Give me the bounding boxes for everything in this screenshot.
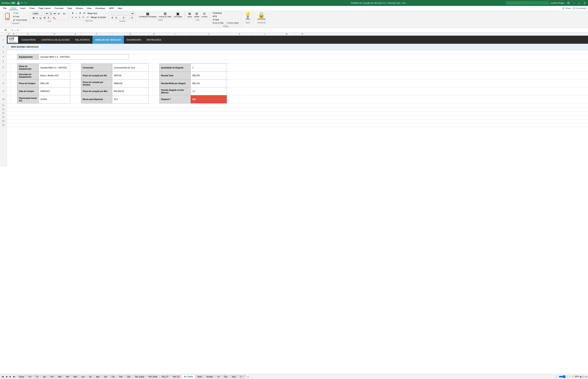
- close-button[interactable]: ✕: [583, 1, 587, 4]
- underline-button[interactable]: U: [39, 16, 42, 19]
- insert-button[interactable]: ⊕ Insert: [186, 12, 193, 18]
- sheet-tab-auxiliar[interactable]: Auxiliar: [204, 375, 215, 379]
- sheet-tab-mar[interactable]: Mar: [56, 375, 64, 379]
- add-sheet-button[interactable]: +: [246, 375, 250, 379]
- cancel-formula-icon[interactable]: ✕: [11, 29, 13, 32]
- nav-tab-dashboard[interactable]: DASHBOARD: [124, 36, 144, 44]
- find-select-button[interactable]: 🔍 Find & Select: [225, 22, 240, 24]
- sheet-tab-equip[interactable]: Equip: [17, 375, 26, 379]
- menu-draw[interactable]: Draw: [28, 7, 36, 10]
- menu-developer[interactable]: Developer: [94, 7, 107, 10]
- font-increase-button[interactable]: A↑: [57, 12, 62, 16]
- sheet-tab-nov[interactable]: Nov: [117, 375, 125, 379]
- formula-input[interactable]: [21, 29, 587, 31]
- menu-help[interactable]: Help: [116, 7, 124, 10]
- indicadores-button[interactable]: INDICADORES INDIVDUAIS: [8, 45, 41, 49]
- sheet-tab-ago[interactable]: Ago: [94, 375, 102, 379]
- redo-icon[interactable]: ↪: [24, 1, 26, 4]
- cut-button[interactable]: ✂ Cut: [12, 12, 28, 15]
- normal-view-button[interactable]: ▣: [580, 375, 582, 378]
- currency-button[interactable]: $: [111, 16, 114, 19]
- sheet-nav-last[interactable]: ▶|: [13, 375, 16, 379]
- search-input[interactable]: [506, 1, 549, 5]
- font-size-select[interactable]: 11: [49, 12, 56, 16]
- sheet-tab-ll[interactable]: Ll ...: [238, 375, 246, 379]
- undo-icon[interactable]: ↩: [21, 1, 23, 4]
- sheet-tab-dash[interactable]: Dash: [195, 375, 204, 379]
- indent-decrease-button[interactable]: ⇤: [81, 16, 85, 19]
- sheet-tab-duv[interactable]: Duv: [222, 375, 230, 379]
- menu-review[interactable]: Review: [74, 7, 84, 10]
- save-icon[interactable]: 💾: [17, 1, 20, 4]
- ideas-button[interactable]: 💡 Ideas: [243, 12, 252, 21]
- sheet-tab-for[interactable]: For: [27, 375, 34, 379]
- align-left-button[interactable]: ≡: [71, 16, 74, 19]
- nav-tab-analise[interactable]: ANÁLISE DE VEÍCULOS: [93, 36, 124, 44]
- merge-center-button[interactable]: Merge & Center: [90, 16, 107, 19]
- align-middle-button[interactable]: ↕: [75, 12, 78, 15]
- sort-filter-button[interactable]: ⇅ Sort & Filter: [212, 22, 224, 24]
- sheet-tab-out[interactable]: Out: [109, 375, 117, 379]
- copy-button[interactable]: ⧉ Copy: [12, 15, 28, 18]
- menu-view[interactable]: View: [85, 7, 93, 10]
- sheet-tab-an-equip[interactable]: An_Equip: [182, 375, 195, 379]
- decimal-decrease-button[interactable]: ←.0: [128, 16, 134, 19]
- sheet-tab-jul[interactable]: Jul: [87, 375, 94, 379]
- text-angle-button[interactable]: ⟳: [82, 12, 86, 15]
- share-button[interactable]: 🔗 Share: [562, 7, 571, 10]
- menu-pagelayout[interactable]: Page Layout: [37, 7, 52, 10]
- nav-tab-relatorios[interactable]: RELATÓRIOS: [73, 36, 93, 44]
- nav-tab-instrucoes[interactable]: INSTRUÇÕES: [144, 36, 164, 44]
- sheet-nav-next[interactable]: ▶: [9, 375, 12, 379]
- menu-msp[interactable]: MSP: [108, 7, 115, 10]
- menu-formulas[interactable]: Formulas: [53, 7, 65, 10]
- zoom-out-button[interactable]: −: [555, 375, 558, 378]
- sheet-tab-cli[interactable]: Cli: [34, 375, 41, 379]
- menu-home[interactable]: Home: [9, 6, 18, 10]
- wrap-text-button[interactable]: Wrap Text: [86, 12, 98, 15]
- sheet-tab-jun[interactable]: Jun: [79, 375, 87, 379]
- sheet-nav-first[interactable]: |◀: [1, 375, 4, 379]
- border-button[interactable]: ⊞: [43, 16, 46, 19]
- percent-button[interactable]: %: [114, 16, 118, 19]
- sheet-tab-jan[interactable]: Jan: [41, 375, 48, 379]
- nav-tab-cadastros[interactable]: CADASTROS: [19, 36, 38, 44]
- sheet-tab-rel-fc[interactable]: Rel_FC: [160, 375, 171, 379]
- bold-button[interactable]: B: [32, 16, 35, 19]
- sheet-tab-abr[interactable]: Abr: [64, 375, 71, 379]
- sheet-tab-set[interactable]: Set: [102, 375, 109, 379]
- sheet-tab-rel-cli[interactable]: Rel_Cli: [171, 375, 181, 379]
- maximize-button[interactable]: □: [578, 1, 581, 4]
- sensitivity-button[interactable]: 🔒 Sensitivity: [256, 12, 266, 21]
- font-family-select[interactable]: Calibri: [32, 12, 49, 16]
- zoom-slider[interactable]: [559, 375, 571, 378]
- conditional-formatting-button[interactable]: ▦ Conditional Formatting: [138, 12, 157, 18]
- menu-insert[interactable]: Insert: [19, 7, 27, 10]
- align-center-button[interactable]: ≡: [74, 16, 77, 19]
- zoom-in-button[interactable]: +: [571, 375, 574, 378]
- minimize-button[interactable]: ─: [572, 1, 576, 4]
- confirm-formula-icon[interactable]: ✓: [14, 29, 16, 32]
- sheet-tab-rel-desp[interactable]: Rel_Desp: [147, 375, 159, 379]
- indent-increase-button[interactable]: ⇥: [86, 16, 89, 19]
- align-bottom-button[interactable]: ⬇: [78, 12, 82, 15]
- menu-file[interactable]: File: [1, 7, 8, 10]
- autosave-toggle[interactable]: Off: [11, 2, 15, 4]
- comma-button[interactable]: ,: [119, 16, 121, 19]
- decimal-increase-button[interactable]: .0→: [122, 16, 127, 19]
- delete-button[interactable]: ⊖ Delete: [193, 12, 200, 18]
- cell-reference-input[interactable]: [1, 29, 11, 32]
- page-break-view-button[interactable]: ⊞: [585, 375, 587, 378]
- autosum-button[interactable]: Σ AutoSum: [212, 12, 223, 15]
- paste-button[interactable]: 📋 Paste: [3, 12, 12, 21]
- sheet-tab-rel-equip[interactable]: Rel_Equip: [133, 375, 146, 379]
- align-right-button[interactable]: ≡: [78, 16, 81, 19]
- sheet-tab-ini[interactable]: Ini: [215, 375, 222, 379]
- font-color-button[interactable]: A▁: [52, 16, 57, 19]
- sheet-tab-sug[interactable]: Sug: [230, 375, 238, 379]
- page-layout-view-button[interactable]: ⊡: [583, 375, 585, 378]
- clear-button[interactable]: ✗ Clear: [212, 18, 220, 21]
- format-as-table-button[interactable]: ⊞ Format as Table: [158, 12, 172, 18]
- insert-function-icon[interactable]: fx: [17, 29, 19, 32]
- menu-data[interactable]: Data: [66, 7, 74, 10]
